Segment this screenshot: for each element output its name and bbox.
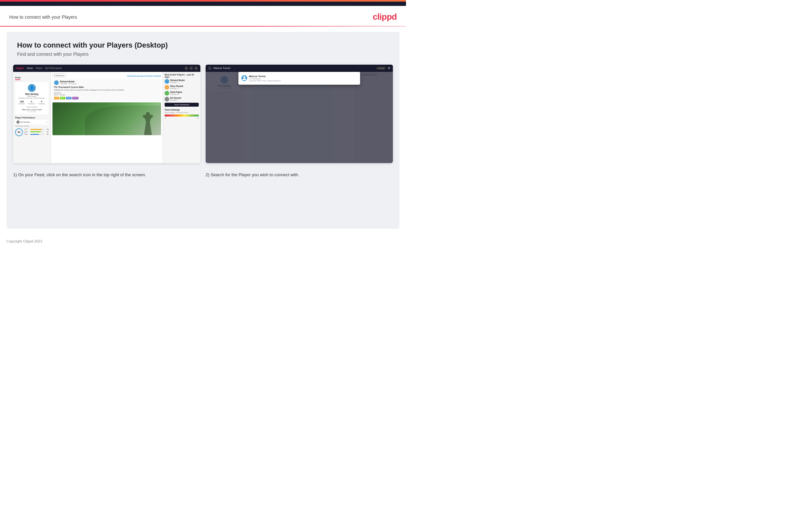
stat-followers-num: 3 <box>28 100 35 103</box>
activity-card: Richard Butler Yesterday · The Grove Pre… <box>52 79 161 101</box>
player-sub: Activities: 7 <box>170 81 185 83</box>
center-panel-1: Following ▾ Control who can see your act… <box>51 72 163 163</box>
svg-point-2 <box>243 76 245 78</box>
search-dropdown: Marcus Turner 1.5 Handicap Cypress Point… <box>238 72 360 85</box>
list-item: Piers Parnell Activities: 4 <box>164 85 199 90</box>
app-nav-1: clippd Home Teams My Performance <box>13 65 200 72</box>
player-avatar <box>164 79 169 84</box>
steps-row: 1) On your Feed, click on the search ico… <box>7 168 399 178</box>
tag-ott: OTT <box>54 97 59 99</box>
latest-label: Latest Activity <box>17 106 47 108</box>
clear-button[interactable]: CLEAR <box>377 67 386 70</box>
step-1-desc: 1) On your Feed, click on the search ico… <box>13 172 200 178</box>
profile-icon[interactable] <box>190 67 193 70</box>
hero-title: How to connect with your Players (Deskto… <box>17 41 389 49</box>
activity-user-info: Richard Butler Yesterday · The Grove <box>60 80 77 85</box>
team-dashboard-button[interactable]: Team Dashboard <box>164 103 199 107</box>
player-name: Piers Parnell <box>170 85 183 87</box>
activity-user-row: Richard Butler Yesterday · The Grove <box>54 80 159 85</box>
app-logo: clippd <box>16 67 23 70</box>
close-button[interactable]: ✕ <box>388 66 390 70</box>
player-name: Eli Vincent <box>170 97 181 99</box>
activity-desc: Walking the course with my coach to buil… <box>54 89 159 91</box>
player-perf-title: Player Performance <box>15 117 49 119</box>
app-mockup-1: clippd Home Teams My Performance <box>13 65 200 163</box>
profile-name: Blair McHarg <box>17 93 47 95</box>
search-result-info: Marcus Turner 1.5 Handicap Cypress Point… <box>249 75 281 82</box>
search-bar-overlay: Marcus Turner CLEAR ✕ <box>206 65 393 72</box>
app-mockup-2: clippd Home Teams 👤 Blair McHarg Golf Co… <box>206 65 393 163</box>
page-title: How to connect with your Players <box>9 14 77 20</box>
team-heatmap: Team Heatmap Player Quality - 20 Round T… <box>164 109 199 119</box>
gradient-bar <box>0 0 406 2</box>
golf-image-overlay <box>85 106 161 135</box>
tpq-bars: OTT 79 APP 70 <box>24 128 49 136</box>
map-title: Most Active Players - Last 30 days <box>164 74 199 78</box>
nav-performance[interactable]: My Performance <box>45 67 62 69</box>
search-result-avatar <box>241 75 247 81</box>
heatmap-scale: -5 +5 <box>164 117 199 119</box>
search-result-item[interactable]: Marcus Turner 1.5 Handicap Cypress Point… <box>240 74 358 83</box>
heatmap-subtitle: Player Quality - 20 Round Trend <box>164 112 199 114</box>
right-panel-1: Most Active Players - Last 30 days Richa… <box>163 72 200 163</box>
activity-title: Pre Tournament Course Walk <box>54 86 159 88</box>
player-select-avatar <box>16 120 20 124</box>
stat-followers-label: Followers <box>28 103 35 105</box>
activity-tags: OTT APP ARG PUTT <box>54 97 159 99</box>
following-row: Following ▾ Control who can see your act… <box>52 74 161 78</box>
copyright: Copyright Clippd 2022 <box>7 239 42 243</box>
stat-activities-num: 129 <box>19 100 25 103</box>
stat-activities: 129 Activities <box>19 100 25 105</box>
following-button[interactable]: Following ▾ <box>52 74 66 78</box>
bar-arg: ARG 61 <box>24 133 49 135</box>
player-name: Hiral Pujara <box>170 91 182 93</box>
feed-tab[interactable]: Feed <box>15 77 20 80</box>
control-link[interactable]: Control who can see your activity and da… <box>127 75 161 77</box>
header-divider <box>0 26 406 27</box>
main-content: How to connect with your Players (Deskto… <box>7 32 399 229</box>
left-panel-1: Feed 👤 Blair McHarg Golf Coach Mill Ride… <box>13 72 51 163</box>
stat-following-num: 4 <box>38 100 45 103</box>
activity-user-avatar <box>54 80 59 85</box>
latest-activity-section: Latest Activity Afternoon round of golf … <box>17 106 47 113</box>
top-bar <box>0 0 406 6</box>
player-sub: Activities: 1 <box>170 99 181 101</box>
nav-teams[interactable]: Teams <box>36 67 42 69</box>
svg-line-1 <box>210 69 211 69</box>
search-query-text[interactable]: Marcus Turner <box>213 67 375 70</box>
tag-putt: PUTT <box>72 97 78 99</box>
search-result-club: Cypress Point Club, United Kingdom <box>249 80 281 82</box>
player-avatar <box>164 97 169 101</box>
tag-app: APP <box>60 97 65 99</box>
search-icon-overlay <box>208 67 211 70</box>
list-item: Richard Butler Activities: 7 <box>164 79 199 84</box>
bar-ott: OTT 79 <box>24 128 49 130</box>
tag-arg: ARG <box>66 97 71 99</box>
search-icon[interactable] <box>185 67 188 70</box>
profile-stats: 129 Activities 3 Followers 4 Following <box>17 100 47 105</box>
player-select[interactable]: Eli Vincent ▾ <box>15 120 49 124</box>
footer: Copyright Clippd 2022 <box>0 234 406 248</box>
nav-icons <box>185 67 198 70</box>
activity-user-sub: Yesterday · The Grove <box>60 83 77 85</box>
tpq-score: 84 <box>15 128 23 136</box>
player-performance-section: Player Performance Eli Vincent ▾ Total P… <box>15 117 49 136</box>
player-sub: Activities: 3 <box>170 93 182 95</box>
profile-club: Mill Ride Golf Club, United Kingdom <box>17 97 47 99</box>
player-info: Richard Butler Activities: 7 <box>170 79 185 83</box>
list-item: Eli Vincent Activities: 1 <box>164 97 199 101</box>
step-2-desc: 2) Search for the Player you wish to con… <box>206 172 393 178</box>
screenshot-1: clippd Home Teams My Performance <box>13 65 200 163</box>
dropdown-chevron: ▾ <box>46 121 47 123</box>
app-content-1: Feed 👤 Blair McHarg Golf Coach Mill Ride… <box>13 72 200 163</box>
heatmap-title: Team Heatmap <box>164 109 199 111</box>
nav-items: Home Teams My Performance <box>27 67 62 69</box>
nav-home[interactable]: Home <box>27 67 33 69</box>
hero-subtitle: Find and connect with your Players <box>17 51 389 57</box>
logo: clippd <box>373 12 397 22</box>
screenshots-row: clippd Home Teams My Performance <box>7 65 399 163</box>
settings-icon[interactable] <box>194 67 198 70</box>
tpq-label: Total Player Quality <box>15 125 49 127</box>
player-info: Hiral Pujara Activities: 3 <box>170 91 182 95</box>
stat-following: 4 Following <box>38 100 45 105</box>
